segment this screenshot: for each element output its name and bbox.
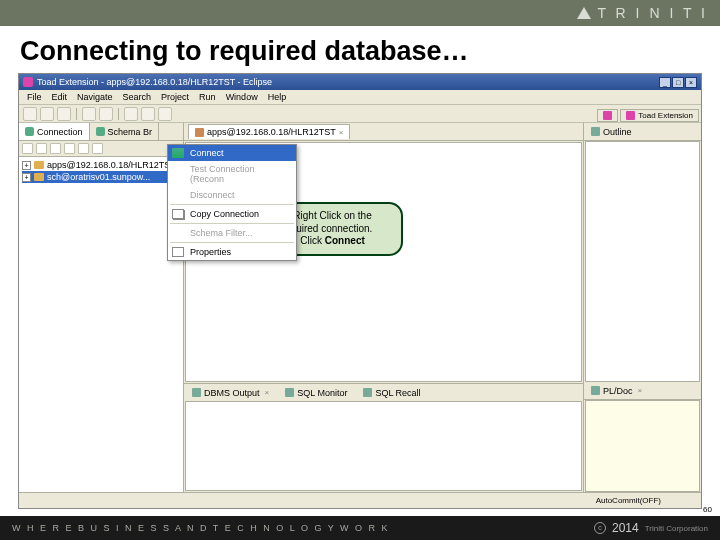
toolbar-button[interactable] <box>36 143 47 154</box>
tab-pldoc[interactable]: PL/Doc× <box>587 385 646 397</box>
menu-properties[interactable]: Properties <box>168 244 296 260</box>
tab-dbms-output[interactable]: DBMS Output× <box>188 387 273 399</box>
connection-label: apps@192.168.0.18/HLR12TST <box>47 160 176 170</box>
grid-icon <box>603 111 612 120</box>
close-icon[interactable]: × <box>265 388 270 397</box>
toolbar-button[interactable] <box>124 107 138 121</box>
tab-sql-recall[interactable]: SQL Recall <box>359 387 424 399</box>
toolbar-button[interactable] <box>82 107 96 121</box>
pldoc-body[interactable] <box>585 400 700 492</box>
brand-logo: T R I N I T I <box>577 5 708 21</box>
menu-run[interactable]: Run <box>195 91 220 103</box>
outline-panel: Outline <box>584 123 701 382</box>
tab-schema-browser[interactable]: Schema Br <box>90 123 160 140</box>
menu-connect[interactable]: Connect <box>168 145 296 161</box>
copyright-icon: c <box>594 522 606 534</box>
tree-item-connection-selected[interactable]: + sch@oratrisv01.sunpow... <box>22 171 180 183</box>
toolbar-button[interactable] <box>40 107 54 121</box>
toolbar-button[interactable] <box>57 107 71 121</box>
toolbar-button[interactable] <box>92 143 103 154</box>
editor-tab[interactable]: apps@192.168.0.18/HLR12TST × <box>188 124 350 139</box>
connect-icon <box>172 148 184 158</box>
page-number: 60 <box>703 505 712 514</box>
window-titlebar[interactable]: Toad Extension - apps@192.168.0.18/HLR12… <box>19 74 701 90</box>
slide-footer: W H E R E B U S I N E S S A N D T E C H … <box>0 516 720 540</box>
properties-icon <box>172 247 184 257</box>
expand-icon[interactable]: + <box>22 173 31 182</box>
lower-tabs: DBMS Output× SQL Monitor SQL Recall <box>184 383 583 401</box>
tab-sql-monitor[interactable]: SQL Monitor <box>281 387 351 399</box>
footer-right: c 2014 Triniti Corporation <box>594 521 708 535</box>
separator <box>170 223 294 224</box>
toolbar-button[interactable] <box>78 143 89 154</box>
menu-test-connection[interactable]: Test Connection (Reconn <box>168 161 296 187</box>
tree-icon <box>96 127 105 136</box>
eclipse-window: Toad Extension - apps@192.168.0.18/HLR12… <box>18 73 702 509</box>
close-icon[interactable]: × <box>638 386 643 395</box>
separator <box>76 108 77 120</box>
tab-connection[interactable]: Connection <box>19 123 90 140</box>
pldoc-panel: PL/Doc× <box>584 382 701 492</box>
editor-tab-bar: apps@192.168.0.18/HLR12TST × <box>184 123 583 141</box>
toolbar-button[interactable] <box>64 143 75 154</box>
menu-copy-connection[interactable]: Copy Connection <box>168 206 296 222</box>
separator <box>118 108 119 120</box>
page-title: Connecting to required database… <box>20 36 700 67</box>
sql-icon <box>195 128 204 137</box>
copy-icon <box>172 209 184 219</box>
left-pane-tabs: Connection Schema Br <box>19 123 183 141</box>
triangle-icon <box>577 7 591 19</box>
footer-year: 2014 <box>612 521 639 535</box>
footer-corp: Triniti Corporation <box>645 524 708 533</box>
expand-icon[interactable]: + <box>22 161 31 170</box>
workspace: Connection Schema Br + apps@192.168.0.18… <box>19 123 701 492</box>
plug-icon <box>25 127 34 136</box>
perspective-switcher: Toad Extension <box>597 107 699 123</box>
toolbar-button[interactable] <box>22 143 33 154</box>
menu-window[interactable]: Window <box>222 91 262 103</box>
close-tab-icon[interactable]: × <box>339 128 344 137</box>
perspective-open[interactable] <box>597 109 618 122</box>
doc-icon <box>591 386 600 395</box>
toolbar-button[interactable] <box>50 143 61 154</box>
perspective-toad[interactable]: Toad Extension <box>620 109 699 122</box>
output-panel[interactable] <box>185 401 582 491</box>
toolbar-button[interactable] <box>99 107 113 121</box>
connection-label: sch@oratrisv01.sunpow... <box>47 172 150 182</box>
tab-outline[interactable]: Outline <box>587 126 636 138</box>
menu-help[interactable]: Help <box>264 91 291 103</box>
menu-bar: File Edit Navigate Search Project Run Wi… <box>19 90 701 105</box>
menu-disconnect[interactable]: Disconnect <box>168 187 296 203</box>
menu-schema-filter[interactable]: Schema Filter... <box>168 225 296 241</box>
maximize-button[interactable]: □ <box>672 77 684 88</box>
toolbar-button[interactable] <box>23 107 37 121</box>
menu-project[interactable]: Project <box>157 91 193 103</box>
brand-bar: T R I N I T I <box>0 0 720 26</box>
right-pane: Outline PL/Doc× <box>583 123 701 492</box>
toolbar-button[interactable] <box>141 107 155 121</box>
status-bar: AutoCommit(OFF) <box>19 492 701 508</box>
outline-icon <box>591 127 600 136</box>
pldoc-tab-bar: PL/Doc× <box>584 382 701 400</box>
window-title: Toad Extension - apps@192.168.0.18/HLR12… <box>37 77 272 87</box>
toad-icon <box>626 111 635 120</box>
connection-tree: + apps@192.168.0.18/HLR12TST + sch@oratr… <box>19 157 183 492</box>
menu-edit[interactable]: Edit <box>48 91 72 103</box>
slide-title-area: Connecting to required database… <box>0 26 720 73</box>
minimize-button[interactable]: _ <box>659 77 671 88</box>
output-icon <box>192 388 201 397</box>
app-icon <box>23 77 33 87</box>
autocommit-status: AutoCommit(OFF) <box>596 496 661 505</box>
toolbar-button[interactable] <box>158 107 172 121</box>
tree-item-connection[interactable]: + apps@192.168.0.18/HLR12TST <box>22 159 180 171</box>
monitor-icon <box>285 388 294 397</box>
separator <box>170 242 294 243</box>
footer-tagline: W H E R E B U S I N E S S A N D T E C H … <box>12 523 390 533</box>
close-button[interactable]: × <box>685 77 697 88</box>
menu-navigate[interactable]: Navigate <box>73 91 117 103</box>
menu-file[interactable]: File <box>23 91 46 103</box>
outline-body[interactable] <box>585 141 700 382</box>
connection-toolbar <box>19 141 183 157</box>
outline-tab-bar: Outline <box>584 123 701 141</box>
menu-search[interactable]: Search <box>119 91 156 103</box>
